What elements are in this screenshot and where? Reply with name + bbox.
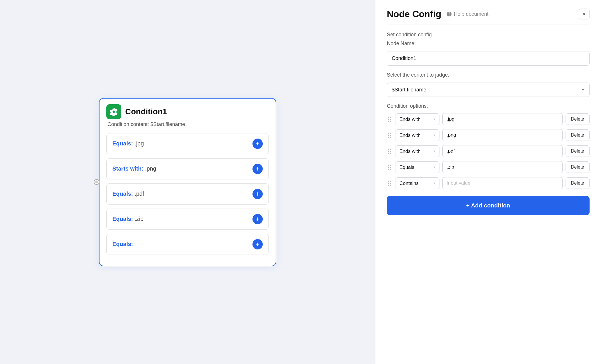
canvas-condition-row-4: Equals: [106,234,269,255]
canvas-condition-label-1: Starts with: .png [112,165,156,172]
bottom-spacer [387,215,590,218]
content-select[interactable]: $Start.filename [387,83,590,97]
condition-type-select-4[interactable]: Contains [395,177,439,189]
condition-value-input-4[interactable] [442,177,563,189]
condition-type-select-0[interactable]: Ends with [395,113,439,125]
conditions-label: Condition options: [387,103,590,109]
delete-button-1[interactable]: Delete [566,129,590,141]
canvas-condition-label-0: Equals: .jpg [112,140,144,147]
config-condition-row-1: Ends with Delete [387,129,590,141]
right-panel: Node Config Help document × Set conditio… [375,0,601,364]
panel-title: Node Config [387,9,441,19]
panel-title-row: Node Config Help document [387,9,488,19]
drag-handle-0[interactable] [387,115,392,123]
config-condition-row-3: Equals Delete [387,161,590,173]
canvas-condition-label-4: Equals: [112,241,133,247]
condition-value-input-0[interactable] [442,113,563,125]
node-name-label: Node Name: [387,41,590,47]
condition-type-select-1[interactable]: Ends with [395,129,439,141]
canvas-add-btn-1[interactable] [252,164,263,174]
gear-icon [110,107,118,116]
delete-button-3[interactable]: Delete [566,161,590,173]
canvas-condition-row-0: Equals: .jpg [106,133,269,154]
node-name-input[interactable] [387,51,590,66]
canvas-condition-label-3: Equals: .zip [112,216,144,222]
config-condition-row-0: Ends with Delete [387,113,590,125]
canvas-add-btn-4[interactable] [252,239,263,249]
delete-button-2[interactable]: Delete [566,145,590,157]
canvas-condition-row-2: Equals: .pdf [106,183,269,205]
panel-divider [387,25,590,25]
help-label: Help document [454,11,488,17]
canvas-area: Condition1 Condition content: $Start.fil… [0,0,375,364]
node-header: Condition1 [106,104,269,119]
canvas-condition-row-3: Equals: .zip [106,209,269,230]
canvas-add-btn-2[interactable] [252,189,263,199]
content-judge-label: Select the content to judge: [387,72,590,78]
config-condition-row-4: Contains Delete [387,177,590,189]
help-link[interactable]: Help document [446,11,488,17]
node-card: Condition1 Condition content: $Start.fil… [99,98,276,266]
connector-dot [94,180,99,184]
drag-handle-2[interactable] [387,147,392,155]
add-condition-button[interactable]: + Add condition [387,196,590,215]
canvas-condition-row-1: Starts with: .png [106,158,269,179]
help-icon [446,11,452,17]
section-condition-label: Set condition config [387,32,590,38]
condition-value-input-2[interactable] [442,145,563,157]
drag-handle-4[interactable] [387,179,392,187]
drag-handle-1[interactable] [387,131,392,139]
condition-value-input-1[interactable] [442,129,563,141]
canvas-condition-label-2: Equals: .pdf [112,191,144,197]
delete-button-4[interactable]: Delete [566,177,590,189]
condition-type-select-3[interactable]: Equals [395,161,439,173]
canvas-add-btn-3[interactable] [252,214,263,224]
condition-value-input-3[interactable] [442,161,563,173]
node-title: Condition1 [125,107,167,116]
panel-header: Node Config Help document × [387,9,590,19]
close-button[interactable]: × [579,9,590,19]
node-icon [106,104,121,119]
condition-type-select-2[interactable]: Ends with [395,145,439,157]
drag-handle-3[interactable] [387,163,392,171]
canvas-add-btn-0[interactable] [252,139,263,149]
delete-button-0[interactable]: Delete [566,113,590,125]
config-condition-row-2: Ends with Delete [387,145,590,157]
node-subtitle: Condition content: $Start.filename [106,121,269,127]
